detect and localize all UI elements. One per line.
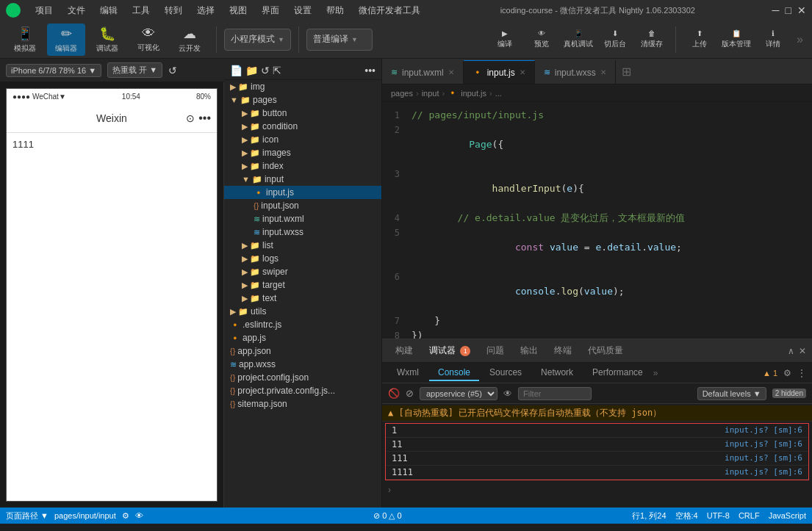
status-eye-icon[interactable]: 👁 [135, 511, 143, 520]
tree-item-input-wxss[interactable]: ≋ input.wxss [224, 225, 381, 239]
more-button[interactable]: » [794, 30, 806, 49]
eye-icon[interactable]: 👁 [503, 389, 512, 399]
refresh-tree-icon[interactable]: ↺ [261, 65, 270, 76]
menu-project[interactable]: 项目 [32, 4, 56, 17]
simulator-button[interactable]: 📱 模拟器 [6, 24, 44, 56]
visual-button[interactable]: 👁 可视化 [129, 24, 168, 56]
more-subtabs-btn[interactable]: » [653, 368, 658, 378]
tree-item-app-json[interactable]: {} app.json [224, 344, 381, 358]
service-select[interactable]: appservice (#5) [420, 387, 497, 400]
subtab-wxml[interactable]: Wxml [388, 365, 428, 381]
tree-item-condition[interactable]: ▶ 📁 condition [224, 120, 381, 133]
mode-dropdown[interactable]: 小程序模式 ▼ [224, 29, 291, 51]
tree-item-input-wxml[interactable]: ≋ input.wxml [224, 212, 381, 225]
menu-file[interactable]: 文件 [65, 4, 88, 17]
console-filter-icon[interactable]: ⊘ [406, 388, 414, 399]
tree-item-utils[interactable]: ▶ 📁 utils [224, 305, 381, 318]
status-settings-icon[interactable]: ⚙ [122, 511, 129, 521]
tab-close-wxml[interactable]: ✕ [448, 68, 454, 76]
device-selector[interactable]: iPhone 6/7/8 78% 16 ▼ [6, 64, 101, 77]
menu-goto[interactable]: 转到 [162, 4, 185, 17]
tree-item-images[interactable]: ▶ 📁 images [224, 146, 381, 159]
tree-item-app-wxss[interactable]: ≋ app.wxss [224, 358, 381, 371]
log-source-4[interactable]: input.js? [sm]:6 [725, 467, 802, 477]
tree-item-icon[interactable]: ▶ 📁 icon [224, 133, 381, 146]
cloud-button[interactable]: ☁ 云开发 [170, 24, 209, 56]
refresh-button[interactable]: ↺ [168, 65, 177, 76]
window-controls[interactable]: ─ □ ✕ [772, 4, 806, 16]
default-levels-dropdown[interactable]: Default levels ▼ [697, 387, 766, 400]
tree-item-index[interactable]: ▶ 📁 index [224, 159, 381, 173]
tree-item-swiper[interactable]: ▶ 📁 swiper [224, 265, 381, 278]
tree-item-project-private[interactable]: {} project.private.config.js... [224, 384, 381, 397]
more-tree-icon[interactable]: ••• [364, 65, 376, 76]
collapse-tree-icon[interactable]: ⇱ [273, 65, 281, 76]
panel-close-btn[interactable]: ✕ [799, 346, 806, 356]
editor-button[interactable]: ✏ 编辑器 [47, 24, 85, 56]
log-source-1[interactable]: input.js? [sm]:6 [725, 425, 802, 435]
hot-reload-toggle[interactable]: 热重载 开 ▼ [107, 62, 162, 78]
close-button[interactable]: ✕ [797, 4, 806, 16]
tree-item-eslintrc[interactable]: 🔸 .eslintrc.js [224, 318, 381, 331]
tree-item-list[interactable]: ▶ 📁 list [224, 239, 381, 252]
tree-item-logs[interactable]: ▶ 📁 logs [224, 252, 381, 265]
tree-item-app-js[interactable]: 🔸 app.js [224, 331, 381, 344]
menu-view[interactable]: 视图 [226, 4, 250, 17]
preview-button[interactable]: 👁 预览 [525, 24, 558, 56]
menu-settings[interactable]: 设置 [291, 4, 315, 17]
filter-input[interactable] [518, 387, 592, 400]
menu-devtools[interactable]: 微信开发者工具 [356, 4, 423, 17]
upload-button[interactable]: ⬆ 上传 [683, 24, 716, 56]
log-source-2[interactable]: input.js? [sm]:6 [725, 439, 802, 449]
subtab-network[interactable]: Network [532, 365, 582, 381]
tab-output[interactable]: 输出 [513, 342, 545, 360]
new-file-icon[interactable]: 📄 [230, 65, 242, 76]
version-mgmt-button[interactable]: 📋 版本管理 [720, 24, 752, 56]
tab-debugger[interactable]: 调试器 1 [422, 342, 478, 360]
tree-item-target[interactable]: ▶ 📁 target [224, 278, 381, 292]
console-more-icon[interactable]: ⋮ [797, 368, 806, 378]
log-source-3[interactable]: input.js? [sm]:6 [725, 453, 802, 463]
menu-tools[interactable]: 工具 [129, 4, 153, 17]
compile-button[interactable]: ▶ 编译 [489, 24, 521, 56]
tab-problems[interactable]: 问题 [479, 342, 511, 360]
tab-quality[interactable]: 代码质量 [581, 342, 630, 360]
tree-item-input-js[interactable]: 🔸 input.js [224, 186, 381, 199]
device-debug-button[interactable]: 📱 真机调试 [562, 24, 594, 56]
subtab-sources[interactable]: Sources [481, 365, 531, 381]
page-path-label[interactable]: 页面路径 ▼ [6, 510, 48, 521]
tab-split-button[interactable]: ⊞ [616, 62, 637, 82]
tab-input-wxss[interactable]: ≋ input.wxss ✕ [535, 60, 616, 84]
settings-icon[interactable]: ⚙ [783, 368, 791, 378]
new-folder-icon[interactable]: 📁 [245, 65, 258, 76]
background-button[interactable]: ⬇ 切后台 [599, 24, 631, 56]
subtab-performance[interactable]: Performance [583, 365, 652, 381]
console-clear-icon[interactable]: 🚫 [388, 388, 400, 399]
tab-close-js[interactable]: ✕ [520, 68, 525, 76]
clear-cache-button[interactable]: 🗑 清缓存 [636, 24, 668, 56]
panel-collapse-btn[interactable]: ∧ [788, 346, 794, 356]
tree-item-text[interactable]: ▶ 📁 text [224, 292, 381, 305]
tab-terminal[interactable]: 终端 [547, 342, 579, 360]
tree-item-input-folder[interactable]: ▼ 📁 input [224, 173, 381, 186]
tree-item-sitemap[interactable]: {} sitemap.json [224, 397, 381, 411]
subtab-console[interactable]: Console [429, 365, 479, 381]
tab-input-wxml[interactable]: ≋ input.wxml ✕ [382, 60, 464, 84]
code-editor[interactable]: 1 // pages/input/input.js 2 Page({ 3 han… [382, 102, 812, 339]
menu-help[interactable]: 帮助 [323, 4, 347, 17]
tree-item-img[interactable]: ▶ 📁 img [224, 80, 381, 93]
menu-interface[interactable]: 界面 [259, 4, 282, 17]
minimize-button[interactable]: ─ [772, 4, 780, 16]
compile-dropdown[interactable]: 普通编译 ▼ [306, 29, 373, 51]
details-button[interactable]: ℹ 详情 [757, 24, 789, 56]
tab-close-wxss[interactable]: ✕ [600, 68, 606, 76]
tree-item-input-json[interactable]: {} input.json [224, 199, 381, 212]
tab-build[interactable]: 构建 [388, 342, 420, 360]
tree-item-project-config[interactable]: {} project.config.json [224, 371, 381, 384]
menu-select[interactable]: 选择 [194, 4, 218, 17]
debugger-button[interactable]: 🐛 调试器 [88, 24, 126, 56]
tab-input-js[interactable]: 🔸 input.js ✕ [464, 60, 535, 84]
tree-item-button[interactable]: ▶ 📁 button [224, 106, 381, 120]
tree-item-pages[interactable]: ▼ 📁 pages [224, 93, 381, 106]
maximize-button[interactable]: □ [786, 4, 791, 16]
